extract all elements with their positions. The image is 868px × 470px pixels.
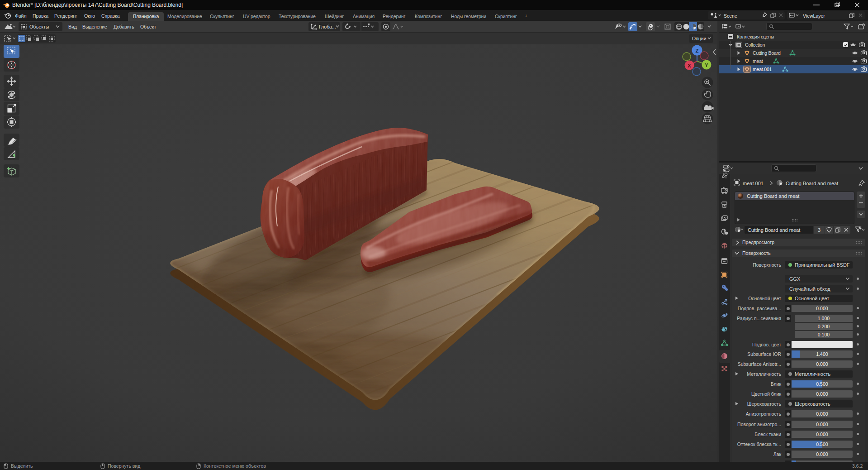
svg-text:X: X [688,63,691,68]
svg-text:Y: Y [705,62,708,68]
svg-text:Z: Z [695,48,698,53]
